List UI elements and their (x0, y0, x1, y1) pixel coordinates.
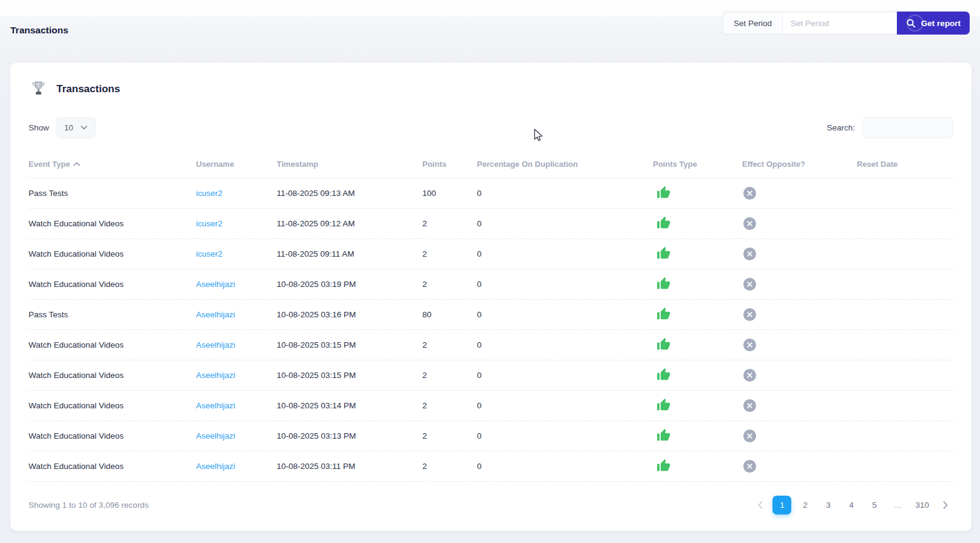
cell-timestamp: 10-08-2025 03:11 PM (277, 451, 422, 482)
cell-points-type (653, 360, 742, 391)
table-row: Watch Educational Videos Aseelhijazi 10-… (29, 391, 953, 421)
x-circle-icon (743, 399, 756, 412)
username-link[interactable]: Aseelhijazi (196, 431, 235, 440)
cell-username: Aseelhijazi (196, 300, 277, 330)
username-link[interactable]: Aseelhijazi (196, 371, 235, 380)
cell-points: 2 (422, 209, 477, 239)
cell-timestamp: 10-08-2025 03:19 PM (277, 269, 422, 300)
table-row: Watch Educational Videos Aseelhijazi 10-… (29, 269, 953, 300)
username-link[interactable]: Aseelhijazi (196, 462, 235, 471)
cell-points-type (653, 269, 742, 300)
cell-points: 2 (422, 269, 477, 300)
cell-username: icuser2 (196, 209, 277, 239)
cell-event-type: Pass Tests (29, 300, 196, 330)
set-period-input[interactable] (783, 12, 897, 35)
page-size-value: 10 (64, 123, 73, 132)
cell-timestamp: 11-08-2025 09:12 AM (277, 209, 422, 239)
thumbs-up-icon (657, 277, 671, 291)
cell-timestamp: 11-08-2025 09:11 AM (277, 239, 422, 269)
cell-points-type (653, 239, 742, 269)
transactions-table: Event Type Username Timestamp Points Per… (29, 149, 953, 482)
pagination-page-4[interactable]: 4 (842, 496, 860, 514)
table-row: Watch Educational Videos Aseelhijazi 10-… (29, 330, 953, 360)
sort-asc-icon (73, 162, 80, 166)
x-circle-icon (743, 308, 756, 321)
search-input[interactable] (862, 117, 953, 138)
x-circle-icon (743, 339, 756, 351)
pagination-page-5[interactable]: 5 (865, 496, 884, 514)
cell-event-type: Watch Educational Videos (29, 209, 196, 239)
cell-event-type: Watch Educational Videos (29, 330, 196, 360)
username-link[interactable]: Aseelhijazi (196, 280, 235, 289)
table-row: Watch Educational Videos icuser2 11-08-2… (29, 209, 953, 239)
column-header-points-type[interactable]: Points Type (653, 149, 742, 178)
username-link[interactable]: icuser2 (196, 249, 223, 258)
username-link[interactable]: Aseelhijazi (196, 310, 235, 319)
show-label: Show (29, 123, 49, 132)
column-header-event-type[interactable]: Event Type (29, 149, 196, 178)
cell-timestamp: 10-08-2025 03:16 PM (277, 300, 422, 330)
thumbs-up-icon (657, 307, 671, 321)
cell-points: 2 (422, 239, 477, 269)
cell-reset-date (857, 330, 953, 360)
cell-points: 2 (422, 391, 477, 421)
cell-reset-date (857, 178, 953, 209)
cell-effect-opposite (742, 209, 857, 239)
pagination-page-3[interactable]: 3 (819, 496, 837, 514)
cell-effect-opposite (742, 421, 857, 451)
search-label: Search: (826, 123, 855, 132)
cell-event-type: Watch Educational Videos (29, 239, 196, 269)
page-size-select[interactable]: 10 (56, 117, 96, 138)
x-circle-icon (743, 278, 756, 291)
cell-username: Aseelhijazi (196, 391, 277, 421)
cell-percentage: 0 (477, 421, 653, 451)
pagination-page-1[interactable]: 1 (772, 496, 791, 514)
thumbs-up-icon (657, 368, 671, 382)
table-row: Watch Educational Videos Aseelhijazi 10-… (29, 360, 953, 391)
cell-percentage: 0 (477, 178, 653, 209)
username-link[interactable]: icuser2 (196, 189, 223, 198)
cell-points: 2 (422, 330, 477, 360)
column-header-percentage[interactable]: Percentage On Duplication (477, 149, 653, 178)
pagination-prev[interactable] (752, 496, 768, 514)
show-entries-control: Show 10 (29, 117, 96, 138)
column-header-reset-date[interactable]: Reset Date (857, 149, 953, 178)
cell-points: 100 (422, 178, 477, 209)
column-header-username[interactable]: Username (196, 149, 277, 178)
cell-effect-opposite (742, 330, 857, 360)
cell-event-type: Watch Educational Videos (29, 421, 196, 451)
cell-username: icuser2 (196, 178, 277, 209)
pagination-next[interactable] (938, 496, 953, 514)
x-circle-icon (743, 460, 756, 473)
get-report-button[interactable]: Get report (897, 12, 970, 35)
pagination-page-310[interactable]: 310 (911, 496, 933, 514)
card-title: Transactions (56, 83, 120, 95)
column-header-timestamp[interactable]: Timestamp (277, 149, 422, 178)
cell-event-type: Watch Educational Videos (29, 451, 196, 482)
cell-reset-date (857, 209, 953, 239)
column-header-points[interactable]: Points (422, 149, 477, 178)
pagination-ellipsis: … (888, 496, 907, 514)
cell-points: 2 (422, 360, 477, 391)
cell-points-type (653, 391, 742, 421)
thumbs-up-icon (657, 459, 671, 473)
cell-event-type: Watch Educational Videos (29, 269, 196, 300)
cell-effect-opposite (742, 178, 857, 209)
cell-username: Aseelhijazi (196, 269, 277, 300)
cell-timestamp: 11-08-2025 09:13 AM (277, 178, 422, 209)
pagination-page-2[interactable]: 2 (796, 496, 814, 514)
records-summary: Showing 1 to 10 of 3,096 records (29, 501, 149, 510)
x-circle-icon (743, 248, 756, 260)
username-link[interactable]: Aseelhijazi (196, 401, 235, 410)
table-footer: Showing 1 to 10 of 3,096 records 12345…3… (29, 496, 953, 514)
x-circle-icon (743, 187, 756, 200)
cell-points-type (653, 300, 742, 330)
column-header-effect-opposite[interactable]: Effect Opposite? (742, 149, 857, 178)
cell-percentage: 0 (477, 239, 653, 269)
username-link[interactable]: icuser2 (196, 219, 223, 228)
cell-percentage: 0 (477, 269, 653, 300)
username-link[interactable]: Aseelhijazi (196, 340, 235, 349)
cell-reset-date (857, 421, 953, 451)
page-title: Transactions (10, 25, 69, 36)
cell-points: 2 (422, 421, 477, 451)
